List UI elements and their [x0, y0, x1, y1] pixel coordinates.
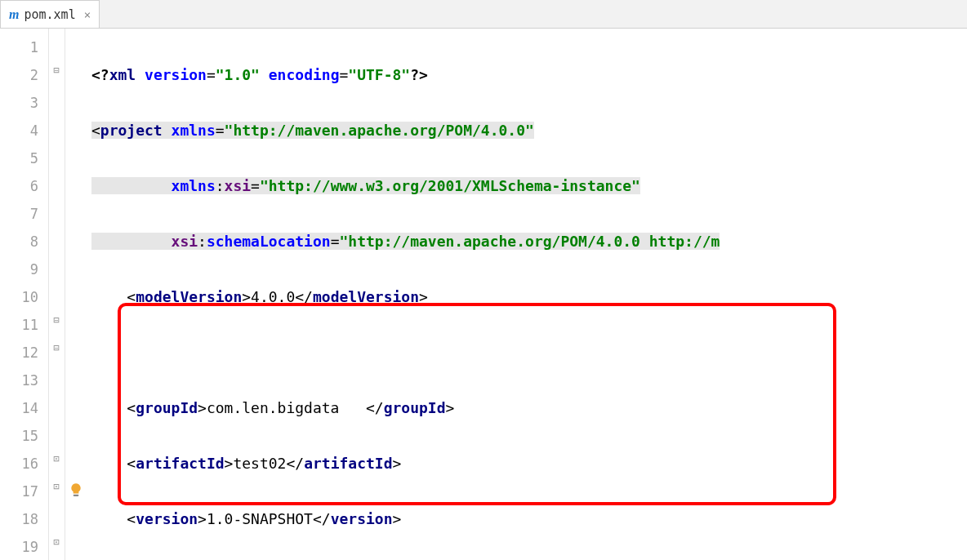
editor-tab[interactable]: m pom.xml × [0, 0, 100, 28]
line-number: 1 [0, 33, 38, 61]
code-area[interactable]: <?xml version="1.0" encoding="UTF-8"?> <… [88, 29, 967, 560]
code-line [88, 339, 967, 367]
tab-filename: pom.xml [24, 7, 75, 22]
code-line: <modelVersion>4.0.0</modelVersion> [88, 283, 967, 311]
fold-open-icon[interactable]: ⊟ [51, 314, 62, 326]
line-number: 9 [0, 256, 38, 283]
code-line: xsi:schemaLocation="http://maven.apache.… [88, 228, 967, 256]
fold-close-icon[interactable]: ⊡ [51, 453, 62, 464]
line-number: 19 [0, 533, 38, 560]
code-line: xmlns:xsi="http://www.w3.org/2001/XMLSch… [88, 172, 967, 200]
tab-bar: m pom.xml × [0, 0, 967, 29]
line-number: 15 [0, 422, 38, 450]
code-line: <project xmlns="http://maven.apache.org/… [88, 117, 967, 144]
svg-rect-0 [74, 495, 79, 496]
code-line: <artifactId>test02</artifactId> [88, 450, 967, 478]
code-line: <groupId>com.len.bigdata </groupId> [88, 394, 967, 422]
line-number: 17 [0, 478, 38, 505]
line-number: 4 [0, 117, 38, 144]
line-number: 8 [0, 228, 38, 256]
line-number: 13 [0, 367, 38, 394]
fold-open-icon[interactable]: ⊟ [51, 342, 62, 353]
line-number: 11 [0, 311, 38, 339]
line-number: 6 [0, 172, 38, 200]
line-number: 16 [0, 450, 38, 478]
editor: 1 2 3 4 5 6 7 8 9 10 11 12 13 14 15 16 1… [0, 29, 967, 560]
fold-close-icon[interactable]: ⊡ [51, 481, 62, 492]
fold-open-icon[interactable]: ⊟ [51, 64, 62, 76]
code-line: <version>1.0-SNAPSHOT</version> [88, 505, 967, 533]
icon-column [65, 29, 88, 560]
line-number: 10 [0, 283, 38, 311]
fold-close-icon[interactable]: ⊡ [51, 536, 62, 548]
line-number: 12 [0, 339, 38, 367]
close-icon[interactable]: × [84, 8, 91, 21]
line-number: 3 [0, 89, 38, 117]
line-gutter[interactable]: 1 2 3 4 5 6 7 8 9 10 11 12 13 14 15 16 1… [0, 29, 49, 560]
line-number: 18 [0, 505, 38, 533]
maven-icon: m [9, 7, 19, 22]
line-number: 7 [0, 200, 38, 228]
line-number: 2 [0, 61, 38, 89]
line-number: 5 [0, 144, 38, 172]
code-line: <?xml version="1.0" encoding="UTF-8"?> [88, 61, 967, 89]
line-number: 14 [0, 394, 38, 422]
lightbulb-icon[interactable] [69, 482, 83, 497]
fold-column: ⊟ ⊟ ⊟ ⊡ ⊡ ⊡ [49, 29, 65, 560]
